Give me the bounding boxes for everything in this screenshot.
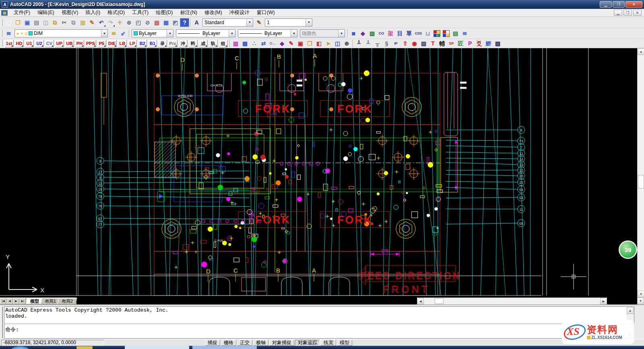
spool-tool-icon[interactable]: 爻 [475,39,484,47]
die-tool-u1[interactable]: U1 [25,40,34,47]
redo-icon[interactable]: ↷ [106,18,115,27]
mdi-close-button[interactable]: ✕ [633,10,642,16]
mdi-restore-button[interactable]: ❐ [623,10,632,16]
text-style-combo[interactable]: Standard▼ [202,18,253,27]
toolbar-grip[interactable] [1,30,2,37]
die-tool-up[interactable]: UP [55,40,64,47]
scroll-up-icon[interactable]: ▲ [627,307,634,314]
zoom-window-icon[interactable]: ◰ [134,18,143,27]
scroll-left-icon[interactable]: ◀ [417,298,424,304]
block-edit-icon[interactable]: ◙ [349,29,358,38]
chevron-down-icon[interactable]: ▼ [291,30,297,37]
die-tool-料[interactable]: 料 [188,40,198,47]
taskbar-icon[interactable] [76,346,93,349]
list-tool-icon[interactable]: 目 [395,29,405,38]
die-tool-p5[interactable]: P5 [97,40,106,47]
status-toggle-线宽[interactable]: 线宽 [321,340,336,346]
bars-icon[interactable] [442,29,451,38]
pour-tool-icon[interactable]: ⊔ [423,29,432,38]
drawing-file-icon[interactable]: ▦ [1,10,8,16]
cos-tool-icon[interactable]: C0S [414,29,423,38]
save-icon[interactable]: ▣ [23,18,32,27]
dim-style-icon[interactable]: ▥ [231,39,240,47]
die-tool-冲[interactable]: 冲 [178,40,188,47]
stamp-icon[interactable]: ◉ [410,39,419,47]
tab-first-button[interactable]: |◀ [0,298,6,304]
menu-item-5[interactable]: 工具(T) [128,8,152,17]
die-tool-cv[interactable]: CV [45,40,54,47]
restore-button[interactable]: ❐ [613,1,625,8]
toolbar-grip[interactable] [1,19,2,26]
layers-stack-icon[interactable]: ≋ [460,29,469,38]
color-block-icon[interactable]: ▧ [367,29,377,38]
plot-preview-icon[interactable]: ◫ [41,18,50,27]
scroll-right-icon[interactable]: ▶ [600,298,607,304]
status-toggle-模型[interactable]: 模型 [337,340,352,346]
punch-2-icon[interactable]: ┸ [363,39,373,47]
publish-icon[interactable]: ⧉ [50,18,60,27]
die-tool-1st[interactable]: 1st [4,40,14,47]
cut-icon[interactable]: ✂ [60,18,69,27]
zoom-previous-icon[interactable]: ⊘ [143,18,152,27]
layer-combo[interactable]: ● ☀ ◘ DIM ▼ [14,29,108,37]
chevron-down-icon[interactable]: ▼ [101,30,107,37]
drawing-canvas[interactable]: 170 FORK FORK FORK FORK FEED DIRECTION F… [0,48,644,304]
fuzhu-tool-icon[interactable]: 輔 [438,39,447,47]
chevron-down-icon[interactable]: ▼ [305,19,312,26]
erase-icon[interactable]: ◆ [277,39,287,47]
open-icon[interactable]: ❐ [13,18,23,27]
osnap-settings-icon[interactable]: O… [268,39,277,47]
wipeout-icon[interactable]: ◆ [358,29,367,38]
designcenter-icon[interactable]: ◩ [171,18,180,27]
horizontal-scrollbar[interactable]: ◀ ▶ [417,298,607,304]
help-icon[interactable]: ? [180,18,189,27]
dim-scale-icon[interactable]: ✎ [254,18,264,27]
taskbar-app-button[interactable] [125,346,189,349]
draw-pencil-icon[interactable]: ✎ [287,39,296,47]
menu-item-8[interactable]: 修改(M) [201,8,226,17]
die-tool-lb[interactable]: LB [118,40,127,47]
mdi-minimize-button[interactable]: ▁ [614,10,622,16]
copy-clip-icon[interactable]: ▣ [296,39,305,47]
checklist-icon[interactable]: ▤ [451,29,460,38]
command-prompt[interactable]: 命令: [5,326,19,333]
die-tool-组[interactable]: 组 [219,40,228,47]
menu-item-9[interactable]: 冲模设计 [226,8,253,17]
status-toggle-对象追踪[interactable]: 对象追踪 [295,340,320,346]
chevron-down-icon[interactable]: ▼ [229,30,235,37]
menu-item-7[interactable]: 标注(N) [177,8,201,17]
die-tool-录[interactable]: 录 [158,40,167,47]
scroll-up-icon[interactable]: ▲ [638,48,644,55]
door-icon[interactable]: ◧ [314,39,324,47]
vertical-scroll-thumb[interactable] [638,175,644,189]
command-history[interactable]: AutoCAD Express Tools Copyright ?2000 Au… [5,307,625,322]
die-tool-die[interactable]: DIE [107,40,117,47]
co-copy-icon[interactable]: CO [377,29,386,38]
linetype-combo[interactable]: ByLayer ▼ [176,29,235,37]
zoom-realtime-icon[interactable]: ⊕ [124,18,134,27]
die-tool-hd[interactable]: HD [14,40,24,47]
close-button[interactable]: ✕ [625,1,642,8]
toolbar-grip[interactable] [1,40,2,47]
menu-item-3[interactable]: 插入(I) [82,8,104,17]
jiang-tool-icon[interactable]: 匠 [456,39,465,47]
die-tool-lp[interactable]: LP [128,40,137,47]
status-toggle-对象捕捉[interactable]: 对象捕捉 [269,340,294,346]
menu-item-2[interactable]: 视图(V) [58,8,82,17]
sp-tool-icon[interactable]: SP [447,39,456,47]
die-window-icon[interactable]: ▨ [419,39,428,47]
quick-dim-icon[interactable]: ⇄ [259,39,268,47]
die-tool-轨[interactable]: 轨 [208,40,218,47]
die-tool-pps[interactable]: PPS [85,40,96,47]
jiao-tool-icon[interactable]: 娇 [484,39,493,47]
command-window-grip[interactable] [1,307,3,338]
tab-prev-button[interactable]: ◀ [6,298,13,304]
new-icon[interactable]: ▢ [4,18,13,27]
spring-icon[interactable]: § [382,39,391,47]
horizontal-scroll-thumb[interactable] [435,298,444,304]
die-tool-u2[interactable]: U2 [35,40,44,47]
frame-tool-icon[interactable]: 架 [386,29,395,38]
dark-tool-icon[interactable]: ▨ [493,39,502,47]
menu-item-4[interactable]: 格式(O) [104,8,128,17]
single-tool-icon[interactable]: 單 [405,29,414,38]
